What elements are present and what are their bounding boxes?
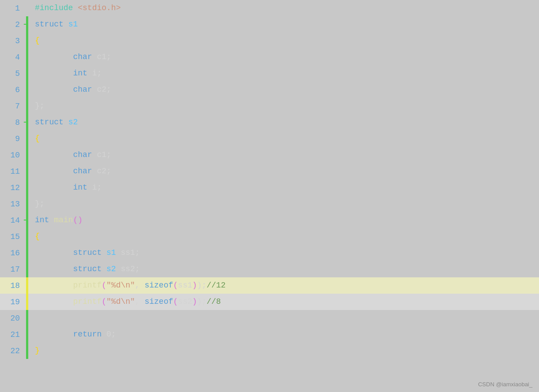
code-content: char c1; [30, 147, 539, 163]
code-line: 3{ [0, 33, 539, 49]
gutter [24, 33, 30, 49]
gutter: − [24, 16, 30, 33]
gutter [24, 245, 30, 261]
line-number: 7 [0, 102, 24, 111]
code-content: { [30, 131, 539, 147]
line-number: 18 [0, 281, 24, 290]
line-number: 11 [0, 167, 24, 176]
line-number: 9 [0, 134, 24, 143]
code-content: #include <stdio.h> [30, 0, 539, 16]
line-number: 15 [0, 232, 24, 241]
code-line: 22} [0, 343, 539, 359]
code-line: 17 struct s2 ss2; [0, 261, 539, 277]
code-line: 16 struct s1 ss1; [0, 245, 539, 261]
line-number: 21 [0, 330, 24, 339]
code-content: struct s1 ss1; [30, 245, 539, 261]
gutter [24, 277, 30, 294]
line-number: 6 [0, 86, 24, 94]
code-content: char c2; [30, 163, 539, 179]
code-content: printf("%d\n", sizeof(ss1));//12 [30, 277, 539, 294]
watermark: CSDN @iamxiaobai_ [478, 381, 532, 388]
code-editor: 1#include <stdio.h>2−struct s13{4 char c… [0, 0, 539, 392]
code-content: } [30, 343, 539, 359]
code-content: }; [30, 98, 539, 114]
line-number: 3 [0, 37, 24, 45]
gutter [24, 310, 30, 326]
gutter [24, 0, 30, 16]
code-line: 13}; [0, 196, 539, 212]
line-number: 2 [0, 20, 24, 29]
code-line: 1#include <stdio.h> [0, 0, 539, 16]
code-line: 14−int main() [0, 212, 539, 228]
code-content: struct s2 ss2; [30, 261, 539, 277]
line-number: 20 [0, 314, 24, 323]
code-content: char c2; [30, 82, 539, 98]
line-number: 22 [0, 347, 24, 355]
code-line: 21 return 0; [0, 326, 539, 343]
code-content: struct s2 [30, 114, 539, 131]
code-content: int i; [30, 179, 539, 196]
code-line: 4 char c1; [0, 49, 539, 65]
line-number: 19 [0, 298, 24, 306]
line-number: 13 [0, 200, 24, 209]
gutter [24, 131, 30, 147]
code-line: 12 int i; [0, 179, 539, 196]
line-number: 12 [0, 183, 24, 192]
line-number: 10 [0, 151, 24, 160]
gutter [24, 343, 30, 359]
code-content: printf("%d\n", sizeof(ss2));//8 [30, 294, 539, 310]
gutter [24, 196, 30, 212]
line-number: 4 [0, 53, 24, 62]
line-number: 14 [0, 216, 24, 225]
gutter [24, 179, 30, 196]
gutter [24, 98, 30, 114]
code-line: 2−struct s1 [0, 16, 539, 33]
code-line: 11 char c2; [0, 163, 539, 179]
line-number: 17 [0, 265, 24, 274]
gutter: − [24, 212, 30, 228]
gutter [24, 163, 30, 179]
gutter [24, 49, 30, 65]
code-line: 18 printf("%d\n", sizeof(ss1));//12 [0, 277, 539, 294]
code-content: return 0; [30, 326, 539, 343]
line-number: 5 [0, 69, 24, 78]
code-line: 7}; [0, 98, 539, 114]
code-line: 9{ [0, 131, 539, 147]
code-content: { [30, 228, 539, 245]
code-line: 20 [0, 310, 539, 326]
code-line: 5 int i; [0, 65, 539, 82]
code-content: int main() [30, 212, 539, 228]
gutter [24, 326, 30, 343]
line-number: 8 [0, 118, 24, 127]
code-content: int i; [30, 65, 539, 82]
line-number: 16 [0, 249, 24, 258]
code-content: }; [30, 196, 539, 212]
code-content: struct s1 [30, 16, 539, 33]
gutter [24, 294, 30, 310]
code-line: 19 printf("%d\n", sizeof(ss2));//8 [0, 294, 539, 310]
gutter [24, 82, 30, 98]
line-number: 1 [0, 4, 24, 13]
code-line: 8−struct s2 [0, 114, 539, 131]
gutter: − [24, 114, 30, 131]
gutter [24, 65, 30, 82]
code-content: { [30, 33, 539, 49]
code-content: char c1; [30, 49, 539, 65]
gutter [24, 147, 30, 163]
code-line: 6 char c2; [0, 82, 539, 98]
code-line: 15{ [0, 228, 539, 245]
code-line: 10 char c1; [0, 147, 539, 163]
gutter [24, 261, 30, 277]
gutter [24, 228, 30, 245]
